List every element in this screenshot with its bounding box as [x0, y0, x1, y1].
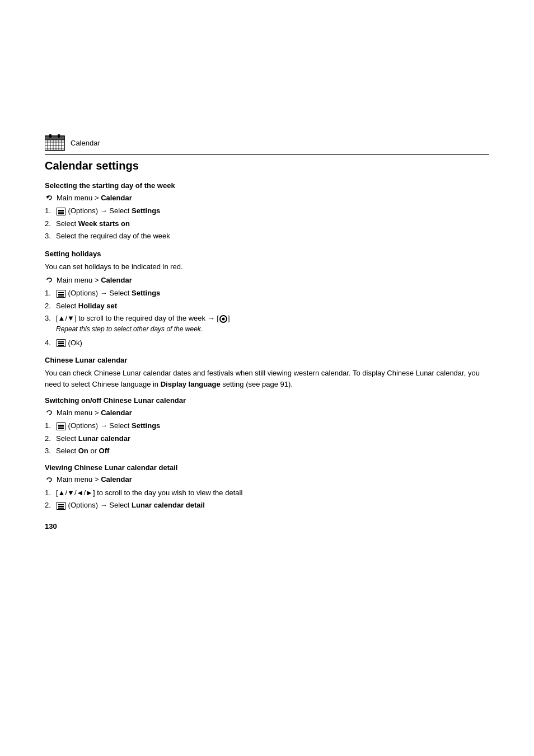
step-content: Select On or Off — [56, 445, 489, 457]
step-number: 3. — [45, 313, 56, 324]
redo-arrow-icon-4 — [45, 475, 54, 484]
step-number: 1. — [45, 205, 56, 217]
step-1-selecting: 1. (Options) → Select Settings — [45, 205, 489, 217]
sub-title-switching: Switching on/off Chinese Lunar calendar — [45, 396, 489, 405]
svg-rect-11 — [49, 134, 51, 138]
steps-list-holidays: 1. (Options) → Select Settings 2. Select… — [45, 288, 489, 348]
main-menu-text-viewing: Main menu > Calendar — [57, 475, 132, 483]
step-1-switching: 1. (Options) → Select Settings — [45, 420, 489, 431]
step-content: Select the required day of the week — [56, 231, 489, 242]
italic-note: Repeat this step to select other days of… — [56, 324, 203, 334]
main-menu-selecting: Main menu > Calendar — [45, 193, 489, 202]
center-button-icon — [219, 315, 227, 323]
options-icon — [57, 339, 65, 347]
page: Calendar Calendar settings Selecting the… — [0, 0, 534, 756]
step-content: Select Week starts on — [56, 218, 489, 229]
step-number: 2. — [45, 218, 56, 229]
steps-list-selecting: 1. (Options) → Select Settings 2. Select… — [45, 205, 489, 242]
sub-title-viewing: Viewing Chinese Lunar calendar detail — [45, 463, 489, 472]
step-2-switching: 2. Select Lunar calendar — [45, 433, 489, 444]
step-number: 2. — [45, 500, 56, 511]
chinese-description: You can check Chinese Lunar calendar dat… — [45, 368, 489, 389]
step-number: 1. — [45, 487, 56, 499]
section-selecting-start-day: Selecting the starting day of the week M… — [45, 181, 489, 242]
section-header: Calendar — [45, 134, 489, 155]
step-number: 4. — [45, 337, 56, 349]
main-menu-text-holidays: Main menu > Calendar — [57, 276, 132, 284]
step-content: (Ok) — [56, 337, 489, 349]
options-icon — [57, 422, 65, 430]
step-content: (Options) → Select Settings — [56, 205, 489, 217]
subsection-title-selecting: Selecting the starting day of the week — [45, 181, 489, 190]
step-content: (Options) → Select Lunar calendar detail — [56, 500, 489, 511]
step-number: 1. — [45, 288, 56, 299]
step-number: 3. — [45, 231, 56, 242]
holiday-description: You can set holidays to be indicated in … — [45, 261, 489, 273]
options-icon — [57, 290, 65, 298]
subsection-title-chinese: Chinese Lunar calendar — [45, 356, 489, 364]
page-title: Calendar settings — [45, 159, 489, 172]
options-icon — [57, 208, 65, 215]
step-1-viewing: 1. [▲/▼/◄/►] to scroll to the day you wi… — [45, 487, 489, 499]
step-content: (Options) → Select Settings — [56, 420, 489, 431]
main-menu-text-selecting: Main menu > Calendar — [57, 194, 132, 202]
step-number: 3. — [45, 445, 56, 457]
main-menu-text-switching: Main menu > Calendar — [57, 408, 132, 417]
step-content: Select Lunar calendar — [56, 433, 489, 444]
section-setting-holidays: Setting holidays You can set holidays to… — [45, 250, 489, 349]
redo-arrow-icon-2 — [45, 275, 54, 284]
steps-list-switching: 1. (Options) → Select Settings 2. Select… — [45, 420, 489, 457]
page-number: 130 — [45, 522, 489, 530]
main-menu-viewing: Main menu > Calendar — [45, 475, 489, 484]
redo-arrow-icon-3 — [45, 408, 54, 417]
step-3-switching: 3. Select On or Off — [45, 445, 489, 457]
section-label: Calendar — [71, 139, 100, 147]
step-2-holidays: 2. Select Holiday set — [45, 300, 489, 312]
redo-arrow-icon — [45, 193, 54, 202]
step-content: Select Holiday set — [56, 300, 489, 312]
step-content: [▲/▼] to scroll to the required day of t… — [56, 313, 230, 324]
step-3-holidays: 3. [▲/▼] to scroll to the required day o… — [45, 313, 489, 336]
step-3-selecting: 3. Select the required day of the week — [45, 231, 489, 242]
options-icon — [57, 502, 65, 510]
subsection-title-holidays: Setting holidays — [45, 250, 489, 258]
step-content: [▲/▼/◄/►] to scroll to the day you wish … — [56, 487, 489, 499]
step-number: 1. — [45, 420, 56, 431]
calendar-icon — [45, 134, 65, 151]
main-menu-switching: Main menu > Calendar — [45, 408, 489, 417]
svg-rect-12 — [58, 134, 60, 138]
step-number: 2. — [45, 433, 56, 444]
step-number: 2. — [45, 300, 56, 312]
step-content: (Options) → Select Settings — [56, 288, 489, 299]
main-menu-holidays: Main menu > Calendar — [45, 275, 489, 284]
steps-list-viewing: 1. [▲/▼/◄/►] to scroll to the day you wi… — [45, 487, 489, 511]
step-2-viewing: 2. (Options) → Select Lunar calendar det… — [45, 500, 489, 511]
svg-rect-1 — [45, 136, 64, 140]
step-1-holidays: 1. (Options) → Select Settings — [45, 288, 489, 299]
step-4-holidays: 4. (Ok) — [45, 337, 489, 349]
step-2-selecting: 2. Select Week starts on — [45, 218, 489, 229]
top-spacer — [45, 22, 489, 134]
section-chinese-lunar: Chinese Lunar calendar You can check Chi… — [45, 356, 489, 511]
